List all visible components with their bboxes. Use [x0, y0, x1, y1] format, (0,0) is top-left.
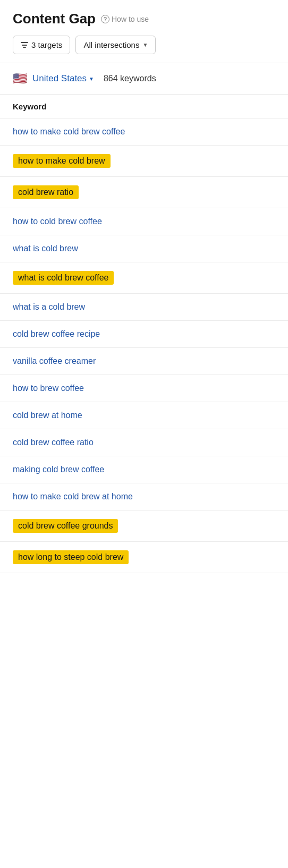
controls-row: 3 targets All intersections ▼ — [13, 36, 275, 54]
keyword-highlighted: how to make cold brew — [13, 154, 111, 168]
keyword-row[interactable]: what is cold brew coffee — [0, 262, 288, 294]
keyword-link[interactable]: how to make cold brew coffee — [13, 127, 125, 137]
keyword-highlighted: what is cold brew coffee — [13, 271, 114, 285]
keyword-link[interactable]: cold brew coffee recipe — [13, 329, 100, 339]
how-to-use-label: How to use — [112, 15, 149, 23]
chevron-down-icon: ▼ — [142, 42, 148, 48]
keyword-link[interactable]: how to brew coffee — [13, 384, 84, 393]
keyword-link[interactable]: cold brew at home — [13, 411, 82, 420]
country-row: 🇺🇸 United States ▼ 864 keywords — [0, 63, 288, 95]
table-header: Keyword — [0, 95, 288, 118]
keyword-row[interactable]: how to make cold brew — [0, 146, 288, 177]
keyword-link[interactable]: making cold brew coffee — [13, 465, 104, 474]
keyword-row[interactable]: how to cold brew coffee — [0, 208, 288, 235]
country-selector[interactable]: United States ▼ — [32, 73, 94, 84]
how-to-use[interactable]: ? How to use — [101, 15, 149, 23]
keyword-link[interactable]: how to cold brew coffee — [13, 217, 102, 226]
keyword-row[interactable]: cold brew at home — [0, 402, 288, 429]
intersections-button[interactable]: All intersections ▼ — [75, 36, 156, 54]
help-icon: ? — [101, 15, 109, 23]
keyword-row[interactable]: how to make cold brew coffee — [0, 118, 288, 146]
keyword-highlighted: cold brew ratio — [13, 185, 79, 199]
page-title: Content Gap — [13, 11, 96, 27]
country-chevron-icon: ▼ — [89, 76, 94, 82]
page-container: Content Gap ? How to use 3 targets All i… — [0, 0, 288, 573]
intersections-label: All intersections — [83, 40, 139, 49]
keyword-row[interactable]: cold brew coffee recipe — [0, 321, 288, 348]
keyword-row[interactable]: making cold brew coffee — [0, 456, 288, 483]
keyword-link[interactable]: what is a cold brew — [13, 302, 85, 312]
keyword-list: how to make cold brew coffeehow to make … — [0, 118, 288, 573]
country-name-label: United States — [32, 73, 87, 84]
keywords-count: 864 keywords — [104, 74, 156, 83]
keyword-row[interactable]: how to make cold brew at home — [0, 483, 288, 510]
filter-icon — [21, 42, 28, 48]
targets-label: 3 targets — [31, 40, 62, 49]
keyword-link[interactable]: what is cold brew — [13, 244, 78, 253]
keyword-link[interactable]: cold brew coffee ratio — [13, 438, 94, 447]
flag-icon: 🇺🇸 — [13, 72, 27, 86]
keyword-row[interactable]: cold brew coffee ratio — [0, 429, 288, 456]
keyword-highlighted: cold brew coffee grounds — [13, 519, 118, 533]
keyword-row[interactable]: cold brew ratio — [0, 177, 288, 208]
header: Content Gap ? How to use 3 targets All i… — [0, 0, 288, 63]
keyword-highlighted: how long to steep cold brew — [13, 550, 129, 564]
targets-button[interactable]: 3 targets — [13, 36, 70, 54]
keyword-link[interactable]: vanilla coffee creamer — [13, 356, 96, 366]
keyword-row[interactable]: what is a cold brew — [0, 294, 288, 321]
keyword-row[interactable]: vanilla coffee creamer — [0, 348, 288, 375]
keyword-row[interactable]: what is cold brew — [0, 235, 288, 262]
column-keyword-header: Keyword — [13, 102, 46, 111]
keyword-row[interactable]: how to brew coffee — [0, 375, 288, 402]
keyword-link[interactable]: how to make cold brew at home — [13, 492, 133, 501]
keyword-row[interactable]: cold brew coffee grounds — [0, 510, 288, 542]
header-title-row: Content Gap ? How to use — [13, 11, 275, 27]
keyword-row[interactable]: how long to steep cold brew — [0, 542, 288, 573]
